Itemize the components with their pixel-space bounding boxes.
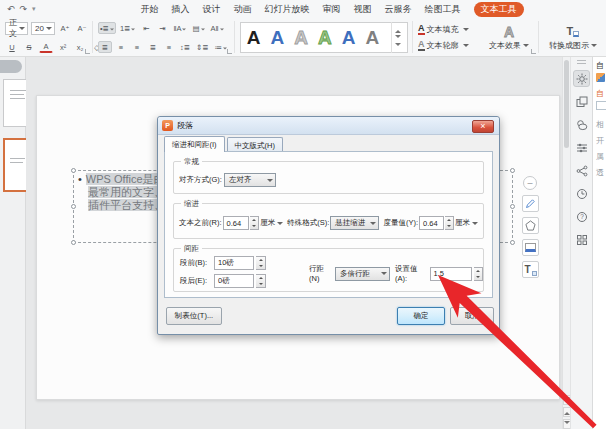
pane-input-clipped[interactable] — [596, 101, 606, 110]
tab-drawing-tools[interactable]: 绘图工具 — [425, 3, 461, 16]
tab-slideshow[interactable]: 幻灯片放映 — [265, 3, 310, 16]
before-text-spinner[interactable] — [250, 216, 259, 230]
close-button[interactable]: × — [472, 120, 494, 133]
border-style-button[interactable] — [522, 239, 539, 256]
text-effects-button[interactable]: A 文本效果 — [484, 25, 534, 51]
sidebar-item-shapes[interactable] — [573, 116, 590, 133]
text-direction-icon[interactable]: ‖A — [171, 22, 188, 34]
decrease-font-icon[interactable]: A⁻ — [75, 22, 89, 34]
sidebar-handle-icon[interactable] — [577, 60, 586, 64]
space-before-spinner[interactable] — [256, 256, 266, 270]
special-format-dropdown[interactable]: 悬挂缩进 — [330, 216, 379, 230]
cancel-button[interactable]: 取消 — [450, 307, 494, 325]
space-before-input[interactable]: 10磅 — [214, 256, 254, 270]
tab-cloud[interactable]: 云服务 — [385, 3, 412, 16]
tab-view[interactable]: 视图 — [354, 3, 372, 16]
tab-insert[interactable]: 插入 — [172, 3, 190, 16]
resize-handle[interactable] — [510, 240, 515, 245]
wordart-style-3[interactable]: A — [294, 23, 308, 52]
undo-icon[interactable]: ↶ — [7, 4, 15, 14]
tab-design[interactable]: 设计 — [203, 3, 221, 16]
tab-asian-typography[interactable]: 中文版式(H) — [227, 137, 283, 152]
thumbnail-panel-toggle[interactable] — [0, 60, 22, 73]
align-left-icon[interactable]: ≣ — [98, 41, 112, 53]
tab-indents-spacing[interactable]: 缩进和间距(I) — [164, 136, 225, 152]
decrease-indent-icon[interactable]: ⇤ — [139, 22, 153, 34]
sidebar-item-apps[interactable] — [573, 231, 590, 248]
text-effects-dialog-launcher[interactable] — [531, 49, 536, 54]
space-after-spinner[interactable] — [256, 274, 266, 288]
increase-indent-icon[interactable]: ⇥ — [155, 22, 169, 34]
align-right-icon[interactable]: ≡ — [130, 41, 144, 53]
canvas-scrollbar[interactable] — [562, 57, 570, 429]
spin-down-icon[interactable] — [256, 281, 265, 287]
tab-review[interactable]: 审阅 — [323, 3, 341, 16]
align-text-icon[interactable]: A‖ — [209, 22, 226, 34]
sidebar-item-adjust[interactable] — [573, 139, 590, 156]
font-name-combo[interactable]: 正文 — [5, 22, 28, 35]
sidebar-item-share[interactable] — [573, 162, 590, 179]
paragraph-spacing-icon[interactable]: ⇕≣ — [194, 41, 211, 53]
sidebar-item-history[interactable] — [573, 185, 590, 202]
measure-spinner[interactable] — [445, 216, 454, 230]
spin-down-icon[interactable] — [250, 223, 258, 229]
shape-fill-button[interactable] — [522, 217, 539, 234]
wordart-style-5[interactable]: A — [342, 23, 356, 52]
set-value-spinner[interactable] — [474, 267, 483, 281]
text-fill-button[interactable]: A 文本填充 — [418, 23, 469, 37]
outline-style-button[interactable] — [522, 195, 539, 212]
sidebar-item-slides[interactable] — [573, 93, 590, 110]
gallery-more-icon[interactable] — [395, 43, 401, 49]
numbering-icon[interactable]: 1≣ — [118, 22, 137, 34]
resize-handle[interactable] — [71, 204, 76, 209]
convert-to-diagram-button[interactable]: T 转换成图示 — [544, 21, 602, 54]
qat-more-icon[interactable]: ▾ — [32, 5, 36, 13]
paragraph-dialog-launcher[interactable] — [227, 49, 232, 54]
superscript-icon[interactable]: x² — [56, 41, 70, 53]
resize-handle[interactable] — [71, 240, 76, 245]
measure-input[interactable]: 0.64 — [419, 216, 444, 230]
justify-icon[interactable]: ≣ — [146, 41, 160, 53]
resize-handle[interactable] — [71, 168, 76, 173]
redo-icon[interactable]: ↷ — [20, 4, 28, 14]
wordart-style-6[interactable]: A — [365, 23, 379, 52]
gallery-down-icon[interactable] — [395, 35, 401, 41]
line-spacing-icon[interactable]: ↕≣ — [178, 41, 192, 53]
spin-down-icon[interactable] — [256, 263, 265, 269]
unit-dropdown[interactable]: 厘米 — [260, 218, 283, 228]
wordart-style-4[interactable]: A — [318, 23, 332, 52]
bullets-icon[interactable]: •≣ — [98, 22, 116, 34]
resize-handle[interactable] — [510, 168, 515, 173]
gallery-up-icon[interactable] — [395, 27, 401, 33]
text-settings-button[interactable]: T — [522, 261, 539, 278]
underline-icon[interactable]: U — [5, 41, 19, 53]
strikethrough-icon[interactable]: S — [22, 41, 36, 53]
line-spacing-dropdown[interactable]: 多倍行距 — [335, 267, 390, 281]
align-center-icon[interactable]: ≡ — [114, 41, 128, 53]
scrollbar-thumb[interactable] — [564, 60, 569, 148]
font-color-icon[interactable]: A — [39, 41, 53, 53]
tab-home[interactable]: 开始 — [141, 3, 159, 16]
sidebar-item-settings[interactable] — [573, 70, 590, 87]
increase-font-icon[interactable]: A⁺ — [58, 22, 72, 34]
distribute-icon[interactable]: ≡ — [162, 41, 176, 53]
resize-handle[interactable] — [510, 204, 515, 209]
wordart-style-2[interactable]: A — [270, 23, 284, 52]
before-text-input[interactable]: 0.64 — [223, 216, 250, 230]
dialog-titlebar[interactable]: P 段落 × — [158, 117, 499, 135]
alignment-dropdown[interactable]: 左对齐 — [224, 173, 276, 187]
tab-text-tools-active[interactable]: 文本工具 — [474, 2, 524, 17]
tab-animation[interactable]: 动画 — [234, 3, 252, 16]
font-size-combo[interactable]: 20 — [31, 22, 55, 35]
space-after-input[interactable]: 0磅 — [214, 274, 254, 288]
collapse-toolbar-button[interactable]: – — [523, 176, 537, 190]
columns-icon[interactable]: ▤ — [190, 22, 206, 34]
wordart-style-1[interactable]: A — [247, 23, 261, 52]
unit-dropdown[interactable]: 厘米 — [455, 218, 478, 228]
set-value-input[interactable]: 1.5 — [430, 267, 472, 281]
spin-down-icon[interactable] — [445, 223, 453, 229]
spin-down-icon[interactable] — [474, 274, 482, 280]
ok-button[interactable]: 确定 — [397, 307, 445, 325]
tabs-button[interactable]: 制表位(T)... — [166, 307, 222, 325]
font-dialog-launcher[interactable] — [85, 49, 90, 54]
